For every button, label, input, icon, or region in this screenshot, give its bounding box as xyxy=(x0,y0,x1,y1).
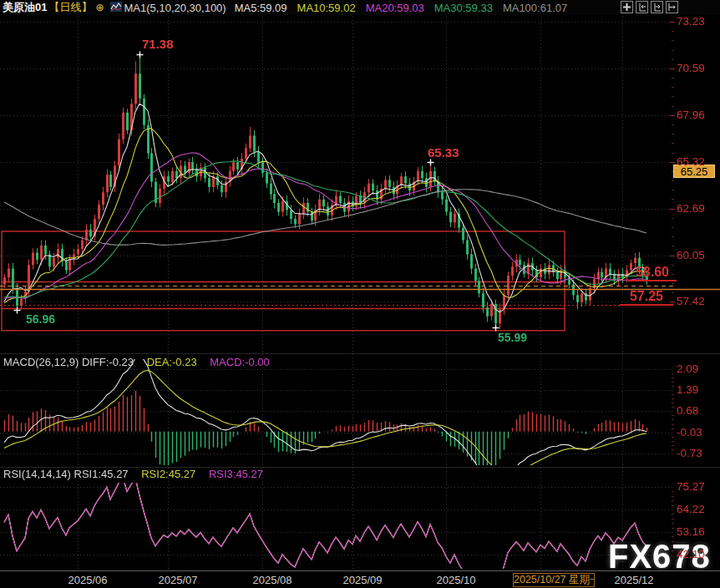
symbol-name[interactable]: 美原油01 xyxy=(3,0,47,15)
chart-toolbar xyxy=(621,1,678,13)
trading-terminal: 美原油01 【日线】 ⊕ MA1(5,10,20,30,100) MA5:59.… xyxy=(0,0,720,588)
main-chart-canvas[interactable] xyxy=(0,0,720,588)
axis-tick-label: 53.16 xyxy=(677,525,705,538)
date-axis: 2025/062025/072025/082025/092025/102025/… xyxy=(0,570,720,588)
axis-tick-label: 2.09 xyxy=(677,362,698,375)
axis-tick-label: 67.96 xyxy=(677,109,705,121)
chart-type-icon[interactable] xyxy=(110,2,122,14)
axis-tick-label: 57.42 xyxy=(677,295,705,307)
month-label: 2025/06 xyxy=(68,574,108,586)
month-label: 2025/07 xyxy=(159,574,198,586)
macd-diff-label: MACD(26,12,9) DIFF:-0.23 xyxy=(3,356,134,368)
annotation-high-june: 71.38 xyxy=(142,37,174,51)
crosshair-date-tag: 2025/10/27 星期一 xyxy=(513,573,595,587)
last-price-tag: 58.60 xyxy=(628,266,677,281)
axis-tick-label: 42.10 xyxy=(677,548,705,560)
axis-tick-label: 75.27 xyxy=(677,480,705,493)
crosshair-icon[interactable] xyxy=(621,1,633,13)
axis-tick-label: 60.05 xyxy=(677,249,705,261)
axis-tick-label: -0.73 xyxy=(677,447,702,459)
axis-tick-label: 70.59 xyxy=(677,62,705,74)
annotation-low-may: 56.96 xyxy=(26,312,55,326)
rsi2-label: RSI2:45.27 xyxy=(141,468,195,480)
axis-tick-label: 73.23 xyxy=(677,15,705,28)
pan-right-icon[interactable] xyxy=(651,1,663,13)
ma-config-label: MA1(5,10,20,30,100) xyxy=(124,2,226,14)
ma-value-label: MA10:59.02 xyxy=(297,2,356,14)
pan-left-icon[interactable] xyxy=(636,1,648,13)
axis-tick-label: 62.69 xyxy=(677,202,705,215)
support-price-tag: 57.25 xyxy=(620,290,673,306)
macd-bar-label: MACD:-0.00 xyxy=(210,356,270,368)
annotation-low-october: 55.99 xyxy=(498,331,527,344)
macd-dea-label: DEA:-0.23 xyxy=(147,356,197,368)
rsi1-label: RSI(14,14,14) RSI1:45.27 xyxy=(3,468,129,480)
axis-tick-label: 64.22 xyxy=(677,503,705,515)
period-label[interactable]: 【日线】 xyxy=(48,0,92,15)
annotation-high-sept: 65.33 xyxy=(428,145,459,160)
axis-tick-label: 0.68 xyxy=(677,404,698,417)
ma-value-label: MA30:59.33 xyxy=(434,2,493,14)
ma-values-group: MA5:59.09MA10:59.02MA20:59.03MA30:59.33M… xyxy=(235,2,578,14)
month-label: 2025/08 xyxy=(253,574,292,586)
rsi3-label: RSI3:45.27 xyxy=(209,468,263,480)
ma-value-label: MA100:61.07 xyxy=(503,2,567,14)
rsi-legend: RSI(14,14,14) RSI1:45.27 RSI2:45.27 RSI3… xyxy=(3,468,273,480)
month-label: 2025/10 xyxy=(437,574,476,586)
axis-tick-label: 1.39 xyxy=(677,383,698,396)
axis-tick-label: -0.03 xyxy=(677,426,702,438)
ma-value-label: MA20:59.03 xyxy=(366,2,424,14)
month-label: 2025/12 xyxy=(615,574,654,586)
jump-to-latest-icon[interactable] xyxy=(666,1,678,13)
circle-plus-icon[interactable]: ⊕ xyxy=(95,2,104,13)
chart-header: 美原油01 【日线】 ⊕ MA1(5,10,20,30,100) MA5:59.… xyxy=(0,0,720,15)
axis-tick-label: 65.32 xyxy=(677,155,705,168)
ma-value-label: MA5:59.09 xyxy=(235,2,287,14)
macd-legend: MACD(26,12,9) DIFF:-0.23 DEA:-0.23 MACD:… xyxy=(3,356,280,368)
month-label: 2025/09 xyxy=(343,574,383,586)
